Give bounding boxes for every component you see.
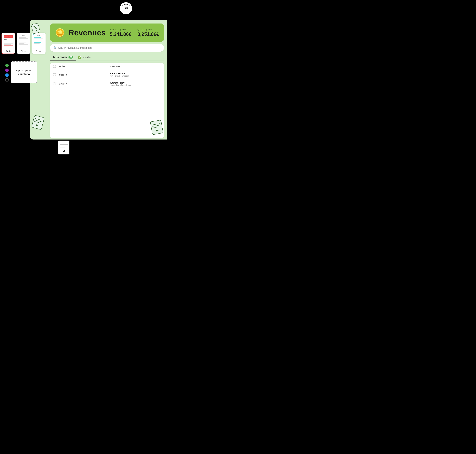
order-number-1: #26677 [59, 83, 110, 85]
row-checkbox-0[interactable] [53, 73, 56, 76]
preview-invoice-text-classy: INVOICE [19, 35, 28, 36]
tabs-container: 🗂 To review 23 ✅ In order [50, 54, 164, 61]
template-card-classy[interactable]: INVOICE Classy [17, 33, 30, 54]
tab-to-review-badge: 23 [69, 56, 73, 59]
invoices-table: Order Customer #26678 Sienna Hewitt hi@s… [50, 63, 164, 138]
tab-in-order-icon: ✅ [78, 56, 81, 59]
row-checkbox-1[interactable] [53, 83, 56, 85]
search-bar: 🔍 [50, 44, 164, 52]
color-dot-purple[interactable] [5, 68, 9, 72]
stat-q1-value: 3,251.86€ [138, 31, 159, 37]
color-dot-green[interactable] [5, 64, 9, 67]
preview-invoice-text-freshy: INVOICE [34, 35, 43, 36]
template-card-basic[interactable]: INVOICE Basic [1, 33, 15, 54]
preview-header-red [4, 35, 13, 38]
deco-paper-bottom-center: ≋ [58, 140, 70, 155]
stat-total-label: Total 2024 (htva) [110, 28, 131, 31]
tab-in-order-label: In order [82, 56, 91, 59]
table-header: Order Customer [50, 63, 164, 70]
preview-invoice-text: INVOICE [4, 39, 13, 40]
revenue-stats: Total 2024 (htva) 5,241.86€ Q1 2024 (htv… [110, 28, 159, 37]
revenue-header: 🪙 Revenues Total 2024 (htva) 5,241.86€ Q… [50, 23, 164, 42]
col-header-order: Order [59, 65, 110, 68]
content-area: 🪙 Revenues Total 2024 (htva) 5,241.86€ Q… [50, 23, 164, 138]
add-color-button[interactable]: + [5, 78, 9, 82]
color-dot-blue[interactable] [5, 73, 9, 77]
customer-name-1: Ammar Foley [110, 81, 161, 84]
stat-total-value: 5,241.86€ [110, 31, 131, 37]
coins-icon: 🪙 [55, 28, 65, 37]
template-label-basic: Basic [6, 50, 10, 52]
svg-text:≋: ≋ [156, 129, 159, 132]
upload-logo-box[interactable]: Tap to upload your logo [11, 61, 37, 83]
customer-name-0: Sienna Hewitt [110, 72, 161, 75]
tab-to-review-icon: 🗂 [53, 56, 55, 59]
stat-total-2024: Total 2024 (htva) 5,241.86€ [110, 28, 131, 37]
template-preview-basic: INVOICE [3, 34, 14, 49]
template-label-classy: Classy [21, 50, 26, 52]
tab-to-review-label: To review [56, 56, 67, 59]
deco-top-icon: ≋ [119, 1, 133, 16]
customer-cell-0: Sienna Hewitt hi@siennahewitt.com [110, 72, 161, 77]
customer-cell-1: Ammar Foley ammarfoley@gmail.com [110, 81, 161, 86]
deco-paper-bottom-right: ≋ [150, 120, 164, 135]
template-preview-freshy: INVOICE [33, 34, 44, 49]
stat-q1-2024: Q1 2024 (htva) 3,251.86€ [138, 28, 159, 37]
table-row: #26677 Ammar Foley ammarfoley@gmail.com [50, 79, 164, 88]
col-header-customer: Customer [110, 65, 161, 68]
revenue-title: Revenues [69, 28, 106, 37]
search-input[interactable] [58, 46, 161, 49]
tab-to-review[interactable]: 🗂 To review 23 [50, 54, 76, 61]
order-number-0: #26678 [59, 73, 110, 76]
template-card-freshy[interactable]: INVOICE Freshy [32, 33, 46, 54]
stat-q1-label: Q1 2024 (htva) [138, 28, 159, 31]
search-icon: 🔍 [54, 46, 57, 50]
upload-logo-label: Tap to upload your logo [11, 68, 37, 77]
template-cards-container: INVOICE Basic INVOICE Classy INVOICE [1, 33, 46, 54]
tab-in-order[interactable]: ✅ In order [76, 54, 93, 60]
svg-text:≋: ≋ [124, 6, 128, 10]
table-select-all-checkbox[interactable] [53, 65, 56, 68]
color-dots-container: + [5, 64, 9, 82]
customer-email-1: ammarfoley@gmail.com [110, 84, 161, 86]
template-preview-classy: INVOICE [18, 34, 29, 49]
template-label-freshy: Freshy [36, 50, 42, 52]
table-row: #26678 Sienna Hewitt hi@siennahewitt.com [50, 70, 164, 79]
svg-text:≋: ≋ [62, 149, 65, 153]
customer-email-0: hi@siennahewitt.com [110, 75, 161, 77]
